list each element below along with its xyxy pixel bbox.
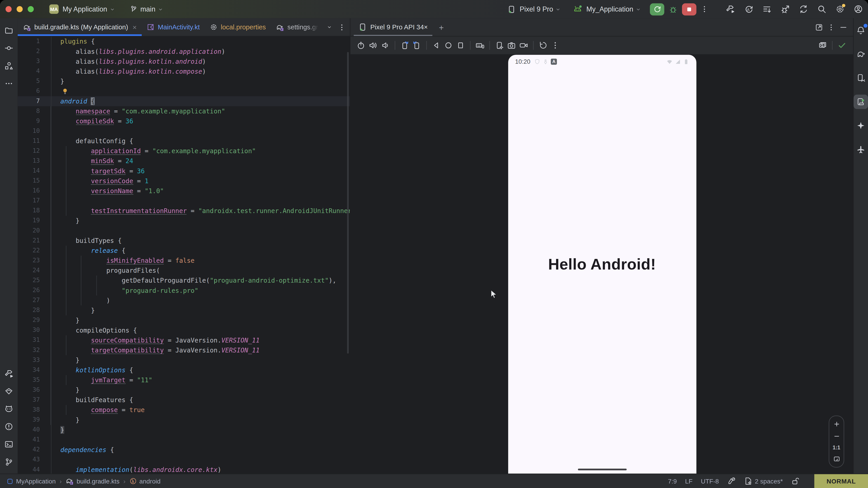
rotate-left-button[interactable] <box>399 39 410 51</box>
tool-terminal-button[interactable] <box>2 437 16 452</box>
code-line[interactable]: 5} <box>18 76 350 86</box>
close-tab-icon[interactable]: × <box>132 24 137 31</box>
tool-project-button[interactable] <box>2 23 16 38</box>
code-line[interactable]: 42dependencies { <box>18 445 350 455</box>
code-line[interactable]: 22 release { <box>18 246 350 256</box>
open-in-new-window-button[interactable] <box>813 21 825 33</box>
code-line[interactable]: 20 <box>18 226 350 236</box>
breadcrumb-item[interactable]: MyApplication <box>6 478 56 484</box>
code-line[interactable]: 10 <box>18 126 350 136</box>
panel-options-button[interactable] <box>825 21 837 33</box>
fit-to-window-button[interactable] <box>833 455 840 462</box>
tool-app-inspection-button[interactable] <box>2 384 16 398</box>
home-button[interactable] <box>442 39 454 51</box>
tool-notifications-button[interactable] <box>854 23 868 38</box>
device-settings-button[interactable] <box>493 39 505 51</box>
device-tab[interactable]: Pixel 9 Pro API 34 × <box>354 18 432 36</box>
breadcrumb-item[interactable]: android <box>129 477 160 485</box>
editor-tab[interactable]: build.gradle.kts (My Application)× <box>18 18 142 36</box>
rerun-button[interactable] <box>650 3 664 15</box>
caret-position[interactable]: 7:9 <box>668 478 677 484</box>
editor-tab[interactable]: settings.gradle.kts <box>271 18 323 36</box>
ready-check-button[interactable] <box>836 39 848 51</box>
apply-changes-button[interactable]: A <box>743 4 754 15</box>
code-line[interactable]: 39 } <box>18 415 350 425</box>
editor-scrollbar[interactable] <box>347 52 349 354</box>
debug-button[interactable] <box>668 4 679 15</box>
minimize-window-button[interactable] <box>17 6 23 12</box>
ai-assistant-disabled-icon[interactable] <box>727 477 736 485</box>
device-selector[interactable]: Pixel 9 Pro <box>507 5 561 13</box>
code-line[interactable]: 21 buildTypes { <box>18 236 350 246</box>
project-selector[interactable]: My Application <box>59 5 115 13</box>
code-line[interactable]: 37 buildFeatures { <box>18 395 350 405</box>
tool-commit-button[interactable] <box>2 41 16 55</box>
code-line[interactable]: 17 <box>18 196 350 206</box>
code-line[interactable]: 32 targetCompatibility = JavaVersion.VER… <box>18 345 350 355</box>
code-line[interactable]: 26 "proguard-rules.pro" <box>18 286 350 295</box>
attach-debugger-button[interactable] <box>779 4 790 15</box>
code-line[interactable]: 31 sourceCompatibility = JavaVersion.VER… <box>18 335 350 345</box>
screen-record-button[interactable] <box>518 39 529 51</box>
code-line[interactable]: 40} <box>18 425 350 435</box>
hidden-tabs-chevron-icon[interactable] <box>327 24 332 30</box>
encoding-indicator[interactable]: UTF-8 <box>701 478 719 484</box>
tool-gemini-button[interactable] <box>854 119 868 133</box>
volume-down-button[interactable] <box>379 39 391 51</box>
zoom-in-button[interactable] <box>833 421 840 428</box>
editor-tab[interactable]: local.properties <box>205 18 271 36</box>
code-line[interactable]: 34 kotlinOptions { <box>18 365 350 375</box>
tool-problems-button[interactable] <box>2 419 16 434</box>
code-editor[interactable]: 1plugins {2 alias(libs.plugins.android.a… <box>18 37 350 474</box>
code-line[interactable]: 27 ) <box>18 295 350 305</box>
tool-logcat-button[interactable] <box>2 402 16 416</box>
tool-running-devices-button[interactable] <box>854 95 868 109</box>
code-line[interactable]: 41 <box>18 435 350 445</box>
tool-gradle-button[interactable] <box>854 47 868 61</box>
code-line[interactable]: 13 minSdk = 24 <box>18 156 350 166</box>
indent-indicator[interactable]: 2 spaces* <box>744 477 783 485</box>
search-everywhere-button[interactable] <box>816 4 827 15</box>
code-line[interactable]: 3 alias(libs.plugins.kotlin.android) <box>18 57 350 66</box>
hide-panel-button[interactable] <box>837 21 849 33</box>
code-line[interactable]: 29 } <box>18 315 350 325</box>
code-line[interactable]: 15 versionCode = 1 <box>18 176 350 186</box>
zoom-ratio-button[interactable]: 1:1 <box>833 445 840 451</box>
code-line[interactable]: 8 namespace = "com.example.myapplication… <box>18 106 350 116</box>
run-config-selector[interactable]: My_Application <box>573 4 641 14</box>
code-line[interactable]: 35 jvmTarget = "11" <box>18 375 350 385</box>
code-line[interactable]: 28 } <box>18 305 350 315</box>
layout-inspector-button[interactable] <box>817 39 828 51</box>
tool-more-tools-button[interactable] <box>2 76 16 91</box>
run-more-actions-button[interactable] <box>699 4 710 15</box>
code-line[interactable]: 18 testInstrumentationRunner = "androidx… <box>18 206 350 216</box>
keyboard-input-button[interactable] <box>474 39 486 51</box>
code-line[interactable]: 23 isMinifyEnabled = false <box>18 256 350 265</box>
unlock-icon[interactable] <box>791 477 800 485</box>
editor-tab[interactable]: MainActivity.kt <box>142 18 205 36</box>
code-line[interactable]: 19 } <box>18 216 350 226</box>
more-button[interactable] <box>550 39 561 51</box>
code-line[interactable]: 2 alias(libs.plugins.android.application… <box>18 46 350 57</box>
code-line[interactable]: 12 applicationId = "com.example.myapplic… <box>18 146 350 156</box>
code-line[interactable]: 16 versionName = "1.0" <box>18 186 350 196</box>
code-line[interactable]: 30 compileOptions { <box>18 325 350 335</box>
code-line[interactable]: 36 } <box>18 385 350 395</box>
tool-device-manager-button[interactable] <box>854 71 868 85</box>
maximize-window-button[interactable] <box>28 6 34 12</box>
breadcrumb-item[interactable]: build.gradle.kts <box>66 477 119 485</box>
code-line[interactable]: 9 compileSdk = 36 <box>18 116 350 126</box>
reset-button[interactable] <box>537 39 549 51</box>
overview-button[interactable] <box>455 39 466 51</box>
code-line[interactable]: 44 implementation(libs.androidx.core.ktx… <box>18 465 350 474</box>
close-window-button[interactable] <box>5 6 11 12</box>
run-tasks-button[interactable] <box>761 4 772 15</box>
rotate-right-button[interactable] <box>411 39 423 51</box>
volume-up-button[interactable] <box>367 39 379 51</box>
code-line[interactable]: 11 defaultConfig { <box>18 136 350 146</box>
code-line[interactable]: 33 } <box>18 355 350 365</box>
tool-plane-button[interactable] <box>854 142 868 157</box>
gesture-navigation-bar[interactable] <box>578 468 627 470</box>
tool-version-control-button[interactable] <box>2 455 16 469</box>
tool-resource-manager-button[interactable] <box>2 59 16 73</box>
